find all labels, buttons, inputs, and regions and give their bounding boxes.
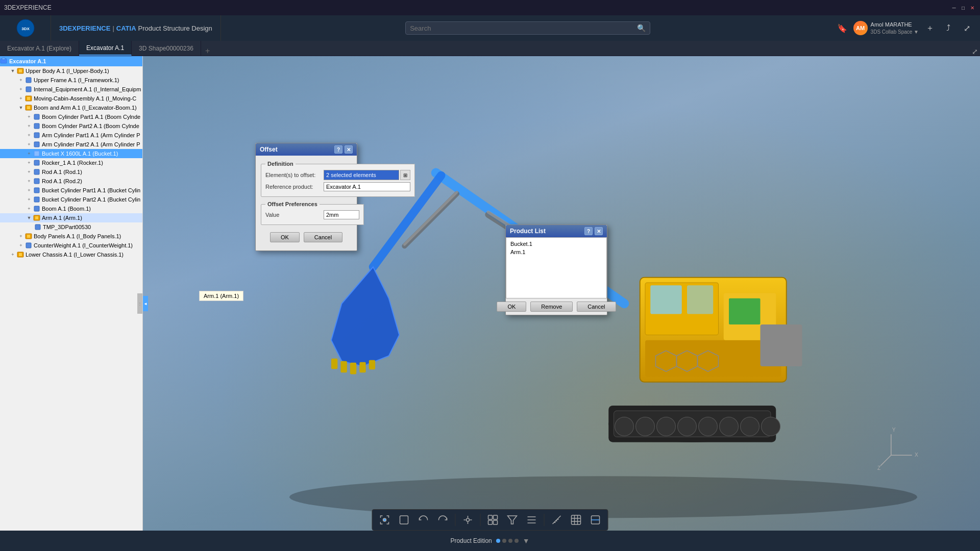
tree-expand-icon[interactable]: + (26, 178, 33, 185)
product-list-dialog: Product List ? ✕ Bucket.1 Arm.1 OK Remov… (505, 224, 607, 315)
tab-add-button[interactable]: + (201, 46, 214, 56)
share-icon[interactable]: ⤴ (941, 21, 955, 35)
tab-bar: Excavator A.1 (Explore) Excavator A.1 3D… (0, 41, 980, 56)
expand-icon[interactable]: ⤢ (960, 21, 974, 35)
tree-expand-icon[interactable]: ▼ (9, 67, 16, 74)
tree-item-internal-equip[interactable]: + Internal_Equipment A.1 (I_Internal_Equ… (0, 85, 142, 94)
product-item-arm[interactable]: Arm.1 (508, 248, 604, 256)
product-list-ok-button[interactable]: OK (497, 302, 526, 312)
product-list-titlebar[interactable]: Product List ? ✕ (506, 225, 607, 237)
search-icon[interactable]: 🔍 (637, 24, 646, 32)
tree-item-boom-cyl2[interactable]: + Boom Cylnder Part2 A.1 (Boom Cylnde (0, 121, 142, 131)
tree-item-rod1[interactable]: + Rod A.1 (Rod.1) (0, 167, 142, 177)
tree-item-boom-cyl1[interactable]: + Boom Cylinder Part1 A.1 (Boom Cylnde (0, 112, 142, 121)
close-button[interactable]: ✕ (969, 4, 976, 11)
status-dot-4 (514, 539, 519, 543)
tree-item-upper-frame[interactable]: + Upper Frame A.1 (I_Framework.1) (0, 76, 142, 85)
left-panel-handle[interactable]: ◄ (143, 296, 148, 311)
object-icon[interactable] (485, 512, 501, 528)
tree-expand-icon[interactable]: + (9, 251, 16, 258)
tree-expand-icon[interactable]: + (26, 132, 33, 139)
offset-dialog-buttons: OK Cancel (261, 229, 352, 245)
sidebar-resize-handle[interactable]: ⋮ (137, 293, 142, 314)
tree-label: Bucket Cylinder Part1 A.1 (Bucket Cylin (41, 187, 140, 193)
tree-expand-icon[interactable]: ▼ (26, 214, 33, 221)
offset-dialog-titlebar[interactable]: Offset ? ✕ (256, 143, 357, 156)
offset-dialog-help-button[interactable]: ? (334, 145, 342, 154)
brand-name: 3DEXPERIENCE (59, 24, 110, 32)
product-item-bucket[interactable]: Bucket.1 (508, 240, 604, 248)
product-list-remove-button[interactable]: Remove (530, 302, 573, 312)
3d-viewport[interactable]: Y X Z ◄ Offset ? ✕ Definition Element(s)… (143, 56, 980, 551)
filter-icon[interactable] (504, 512, 521, 528)
add-icon[interactable]: ＋ (923, 21, 937, 35)
tree-item-lower-chassis[interactable]: + Lower Chassis A.1 (I_Lower Chassis.1) (0, 250, 142, 259)
tree-expand-icon[interactable]: + (26, 187, 33, 194)
part-icon (34, 223, 42, 231)
tree-expand-icon[interactable]: + (26, 113, 33, 120)
tree-item-rod2[interactable]: + Rod A.1 (Rod.2) (0, 177, 142, 186)
sidebar-root-item[interactable]: Excavator A.1 (0, 56, 142, 66)
tree-item-upper-body[interactable]: ▼ Upper Body A.1 (I_Upper-Body.1) (0, 66, 142, 76)
product-list-close-button[interactable]: ✕ (595, 227, 603, 235)
tree-item-arm[interactable]: ▼ Arm A.1 (Arm.1) (0, 213, 142, 222)
grid-icon[interactable] (568, 512, 584, 528)
move-icon[interactable] (460, 512, 476, 528)
tree-item-bucket-cyl2[interactable]: + Bucket Cylinder Part2 A.1 (Bucket Cyli… (0, 195, 142, 204)
tree-expand-icon[interactable]: + (26, 205, 33, 212)
tree-expand-icon[interactable]: + (17, 95, 24, 102)
tab-excavator-explore[interactable]: Excavator A.1 (Explore) (0, 41, 79, 56)
tree-expand-icon[interactable]: + (26, 196, 33, 203)
offset-prefs-legend: Offset Preferences (265, 201, 320, 207)
product-list-cancel-button[interactable]: Cancel (577, 302, 616, 312)
tree-item-boom[interactable]: + Boom A.1 (Boom.1) (0, 204, 142, 213)
product-list-help-button[interactable]: ? (584, 227, 593, 235)
svg-rect-22 (34, 206, 39, 211)
offset-dialog-close-button[interactable]: ✕ (345, 145, 353, 154)
tree-expand-icon[interactable]: + (26, 159, 33, 166)
tree-item-rocker[interactable]: + Rocker_1 A.1 (Rocker.1) (0, 158, 142, 167)
measure-icon[interactable] (549, 512, 565, 528)
status-arrow-icon[interactable]: ▼ (523, 537, 530, 545)
tree-item-arm-cyl1[interactable]: + Arm Cylinder Part1 A.1 (Arm Cylinder P (0, 131, 142, 140)
snap-icon[interactable] (377, 512, 393, 528)
app-logo[interactable]: 3DX (0, 15, 51, 41)
tree-item-arm-cyl2[interactable]: + Arm Cylinder Part2 A.1 (Arm Cylinder P (0, 140, 142, 149)
user-space[interactable]: 3DS Collab Space ▼ (871, 29, 919, 35)
tree-item-body-panels[interactable]: + Body Panels A.1 (I_Body Panels.1) (0, 232, 142, 241)
reference-input[interactable]: Excavator A.1 (324, 182, 410, 191)
tree-expand-icon[interactable]: + (26, 141, 33, 148)
elements-pick-button[interactable]: ⊞ (400, 170, 410, 180)
tree-item-bucket-cyl1[interactable]: + Bucket Cylinder Part1 A.1 (Bucket Cyli… (0, 186, 142, 195)
tab-excavator-active[interactable]: Excavator A.1 (79, 41, 132, 56)
tree-item-bucket[interactable]: + Bucket X 1600L A.1 (Bucket.1) (0, 149, 142, 158)
tree-expand-icon[interactable]: + (17, 86, 24, 93)
offset-ok-button[interactable]: OK (270, 232, 300, 242)
section-icon[interactable] (587, 512, 604, 528)
tree-expand-icon[interactable]: + (26, 122, 33, 130)
tree-icon[interactable] (524, 512, 540, 528)
tree-expand-icon[interactable]: ▼ (17, 104, 24, 111)
tab-expand-icon[interactable]: ⤢ (972, 47, 978, 56)
tree-expand-icon[interactable]: + (17, 77, 24, 84)
tree-item-moving-cabin[interactable]: + Moving-Cabin-Assembly A.1 (I_Moving-C (0, 94, 142, 103)
redo-icon[interactable] (435, 512, 451, 528)
maximize-button[interactable]: □ (960, 4, 967, 11)
search-input[interactable] (410, 24, 634, 32)
offset-cancel-button[interactable]: Cancel (304, 232, 342, 242)
tree-item-boom-arm[interactable]: ▼ Boom and Arm A.1 (I_Excavator-Boom.1) (0, 103, 142, 112)
tree-expand-icon[interactable]: + (26, 168, 33, 176)
value-row: Value 2mm (265, 210, 359, 219)
tree-expand-icon[interactable]: + (17, 242, 24, 249)
minimize-button[interactable]: ─ (950, 4, 958, 11)
value-input[interactable]: 2mm (324, 210, 359, 219)
bookmark-icon[interactable]: 🔖 (835, 21, 849, 35)
undo-icon[interactable] (415, 512, 432, 528)
tree-item-tmp-part[interactable]: TMP_3DPart00530 (0, 222, 142, 232)
elements-input[interactable]: 2 selected elements (324, 170, 399, 180)
tree-item-counterweight[interactable]: + CounterWeight A.1 (I_CounterWeight.1) (0, 241, 142, 250)
tab-3dshape[interactable]: 3D Shape00000236 (132, 41, 201, 56)
select-icon[interactable] (396, 512, 412, 528)
tree-expand-icon[interactable]: + (17, 233, 24, 240)
tree-expand-icon[interactable]: + (26, 150, 33, 157)
